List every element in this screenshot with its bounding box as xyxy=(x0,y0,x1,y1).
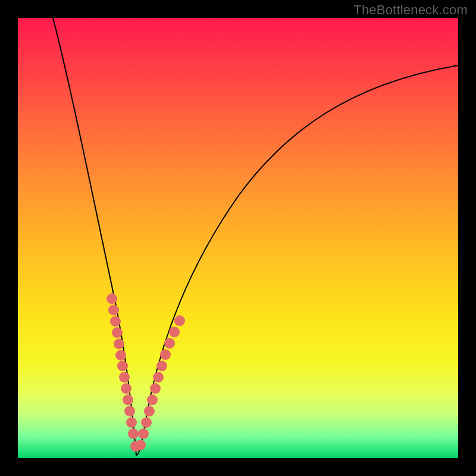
data-bead xyxy=(174,315,185,326)
data-bead xyxy=(138,428,149,439)
data-bead xyxy=(160,349,171,360)
data-bead xyxy=(156,361,167,371)
data-bead xyxy=(147,394,158,405)
data-bead xyxy=(123,394,133,405)
bead-layer xyxy=(107,293,185,452)
data-bead xyxy=(112,327,123,338)
data-bead xyxy=(115,350,126,361)
data-bead xyxy=(164,338,175,349)
data-bead xyxy=(135,440,146,450)
chart-plot-area xyxy=(18,18,458,458)
data-bead xyxy=(124,406,135,416)
chart-svg xyxy=(18,18,458,458)
data-bead xyxy=(108,305,119,315)
bottleneck-curve xyxy=(53,18,458,455)
data-bead xyxy=(117,361,128,371)
data-bead xyxy=(110,316,121,327)
data-bead xyxy=(121,383,131,394)
data-bead xyxy=(144,406,155,416)
data-bead xyxy=(126,417,137,428)
data-bead xyxy=(141,417,152,428)
data-bead xyxy=(107,293,117,304)
data-bead xyxy=(169,327,180,337)
data-bead xyxy=(153,372,164,383)
data-bead xyxy=(114,339,124,349)
data-bead xyxy=(128,428,139,439)
attribution-text: TheBottleneck.com xyxy=(353,2,468,18)
chart-frame: TheBottleneck.com xyxy=(0,0,476,476)
data-bead xyxy=(150,383,161,394)
data-bead xyxy=(119,372,130,383)
curve-layer xyxy=(53,18,458,455)
